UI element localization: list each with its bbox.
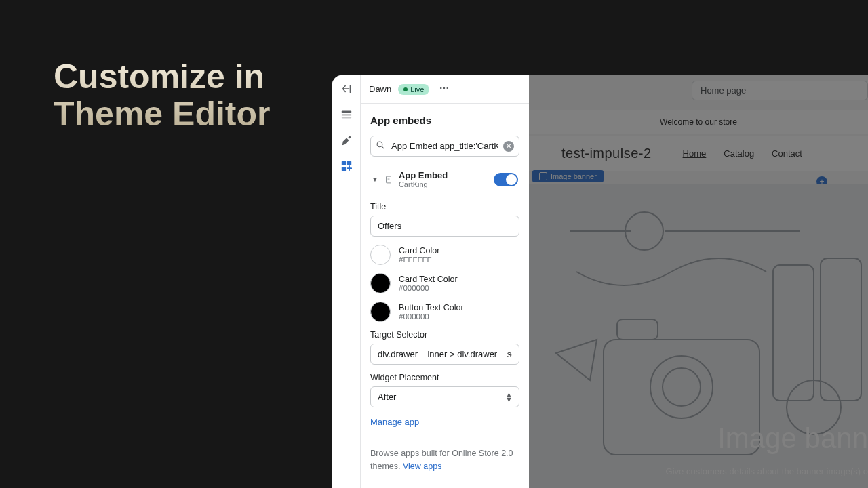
target-label: Target Selector (370, 330, 519, 340)
editor-main-column: Dawn Live App embeds ✕ ▼ (361, 75, 529, 488)
footer-note: Browse apps built for Online Store 2.0 t… (370, 447, 519, 473)
announcement-bar: Welcome to our store (529, 110, 868, 134)
preview-canvas: Home page Welcome to our store test-impu… (529, 75, 868, 488)
embed-toggle[interactable] (494, 173, 518, 186)
placement-label: Widget Placement (370, 373, 519, 382)
svg-rect-0 (341, 111, 351, 113)
button-text-color-row[interactable]: Button Text Color #000000 (370, 302, 519, 322)
app-search: ✕ (370, 136, 519, 157)
svg-point-7 (440, 87, 442, 89)
clear-search-icon[interactable]: ✕ (503, 141, 514, 152)
search-input[interactable] (370, 136, 519, 157)
button-text-color-hex: #000000 (399, 312, 464, 321)
headline-line1: Customize in (54, 58, 264, 96)
headline-line2: Theme Editor (54, 95, 270, 133)
svg-point-9 (447, 87, 449, 89)
svg-rect-6 (341, 167, 345, 171)
section-chip[interactable]: Image banner (532, 170, 604, 182)
divider (370, 439, 519, 439)
card-color-row[interactable]: Card Color #FFFFFF (370, 245, 519, 265)
block-icon (384, 175, 393, 184)
svg-rect-1 (341, 114, 351, 116)
card-text-color-swatch[interactable] (370, 273, 391, 293)
manage-app-link[interactable]: Manage app (370, 417, 419, 427)
button-text-color-swatch[interactable] (370, 302, 391, 322)
svg-rect-5 (347, 161, 351, 165)
svg-point-20 (787, 380, 841, 434)
svg-rect-12 (529, 184, 868, 488)
svg-point-15 (663, 368, 701, 406)
svg-rect-18 (773, 265, 814, 401)
nav-catalog[interactable]: Catalog (724, 148, 754, 159)
marketing-headline: Customize in Theme Editor (54, 58, 270, 133)
svg-rect-2 (341, 117, 351, 119)
theme-settings-icon[interactable] (340, 134, 353, 147)
add-section-icon[interactable]: + (816, 176, 827, 187)
nav-contact[interactable]: Contact (772, 148, 802, 159)
settings-panel: App embeds ✕ ▼ App Embed Car (361, 104, 529, 488)
title-label: Title (370, 202, 519, 211)
svg-point-3 (348, 136, 351, 139)
card-color-label: Card Color (399, 246, 439, 256)
button-text-color-label: Button Text Color (399, 303, 464, 312)
svg-rect-16 (617, 319, 658, 340)
hero-placeholder: Image bann Give customers details about … (529, 184, 868, 488)
target-input[interactable] (370, 344, 519, 365)
card-text-color-label: Card Text Color (399, 274, 458, 284)
nav-home[interactable]: Home (683, 148, 707, 159)
chevron-down-icon[interactable]: ▼ (372, 176, 378, 183)
svg-rect-19 (821, 258, 861, 401)
store-name: test-impulse-2 (561, 146, 652, 161)
more-menu-icon[interactable] (439, 83, 450, 96)
svg-point-10 (377, 142, 382, 147)
exit-icon[interactable] (340, 82, 353, 96)
app-embeds-icon[interactable] (340, 159, 353, 173)
storefront-nav: test-impulse-2 Home Catalog Contact (529, 136, 868, 171)
title-input[interactable] (370, 216, 519, 237)
svg-point-8 (443, 87, 446, 89)
hero-title: Image bann (717, 422, 868, 455)
hero-subtitle: Give customers details about the banner … (666, 466, 868, 476)
editor-icon-rail (332, 75, 361, 488)
card-color-hex: #FFFFFF (399, 256, 439, 264)
card-text-color-hex: #000000 (399, 284, 458, 292)
svg-point-17 (625, 212, 663, 250)
embed-title: App Embed (399, 170, 488, 180)
theme-name: Dawn (369, 84, 391, 94)
select-caret-icon: ▲▼ (505, 392, 513, 401)
sections-icon[interactable] (340, 108, 353, 121)
placement-select[interactable]: After (370, 386, 519, 407)
panel-heading: App embeds (361, 104, 529, 136)
page-selector[interactable]: Home page (692, 81, 868, 100)
search-icon (376, 140, 385, 152)
app-embed-row[interactable]: ▼ App Embed CartKing (370, 166, 519, 198)
live-badge: Live (398, 84, 429, 95)
svg-point-14 (650, 356, 713, 418)
card-text-color-row[interactable]: Card Text Color #000000 (370, 273, 519, 293)
editor-top-bar: Dawn Live (361, 75, 529, 104)
view-apps-link[interactable]: View apps (403, 462, 441, 471)
svg-rect-13 (604, 340, 760, 455)
svg-rect-4 (341, 161, 345, 165)
embed-subtitle: CartKing (399, 180, 488, 188)
theme-editor-window: Dawn Live App embeds ✕ ▼ (332, 75, 529, 488)
card-color-swatch[interactable] (370, 245, 391, 265)
